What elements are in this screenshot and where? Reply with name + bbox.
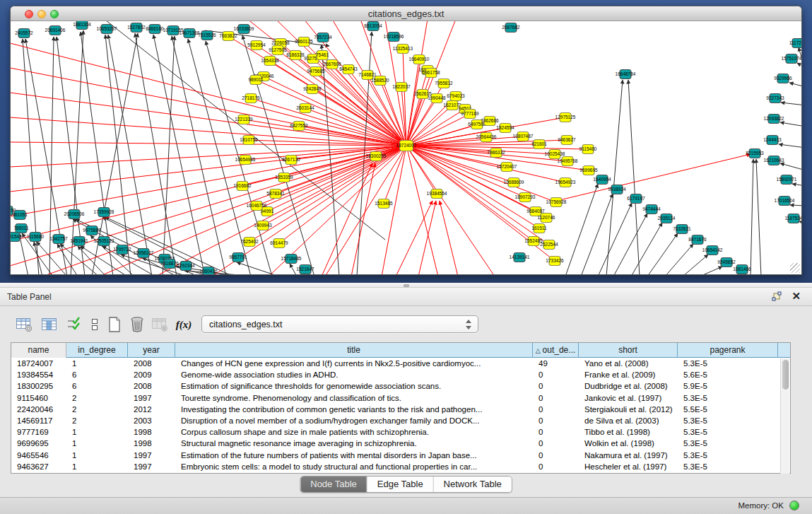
graph-node-label: 19384554 (427, 191, 447, 196)
graph-node-label: 961051 (12, 212, 28, 217)
table-scrollbar[interactable] (780, 358, 789, 474)
table-row[interactable]: 1830029562008Estimation of significance … (11, 380, 790, 392)
resize-grip[interactable] (790, 263, 800, 273)
new-table-icon[interactable] (105, 315, 124, 334)
cell-title: Structural magnetic resonance image aver… (175, 438, 533, 449)
graph-node-label: 2718176 (242, 95, 260, 100)
citation-edge-red (406, 146, 539, 228)
cell-year: 1998 (128, 426, 175, 438)
scrollbar-thumb[interactable] (782, 360, 789, 390)
column-header-year[interactable]: year (128, 343, 175, 358)
cell-in_degree: 1 (66, 426, 128, 438)
select-all-icon[interactable] (64, 315, 83, 334)
citation-edge-black (598, 203, 632, 274)
cell-title: Embryonic stem cells: a model to study s… (175, 461, 533, 472)
graph-node-label: 7632621 (673, 226, 691, 231)
table-row[interactable]: 1938455462009Genome-wide association stu… (11, 369, 790, 380)
citation-edge-red (396, 201, 433, 274)
table-row[interactable]: 1872400712008Changes of HCN gene express… (11, 358, 790, 369)
column-header-name[interactable]: name (11, 343, 66, 358)
delete-table-icon[interactable] (127, 315, 147, 334)
graph-node-label: 9857791 (229, 255, 247, 259)
graph-node-label: 1115680 (27, 234, 45, 239)
column-header-title[interactable]: title (175, 343, 533, 358)
graph-node-label: 1795722 (113, 247, 131, 252)
graph-node-label: 9938924 (608, 187, 626, 192)
graph-node-label: 19495768 (558, 158, 578, 163)
graph-node-label: 1527802 (127, 25, 146, 30)
graph-node-label: 7462666 (481, 118, 499, 123)
cell-title: Tourette syndrome. Phenomenology and cla… (175, 392, 533, 404)
status-bar: Memory: OK (0, 497, 812, 514)
column-header-in_degree[interactable]: in_degree (66, 343, 128, 358)
table-selector[interactable]: citations_edges.txt (201, 315, 478, 333)
table-panel: Table Panel ✕ (0, 288, 812, 497)
table-row[interactable]: 911546021997Tourette syndrome. Phenomeno… (11, 392, 790, 404)
table-row[interactable]: 2242004622012Investigating the contribut… (11, 404, 790, 415)
table-settings-icon[interactable] (14, 315, 34, 334)
column-header-pagerank[interactable]: pagerank (678, 343, 778, 358)
cell-in_degree: 6 (66, 369, 128, 380)
graph-node-label: 8454743 (339, 66, 358, 71)
memory-ok-indicator[interactable] (789, 501, 799, 510)
close-panel-icon[interactable]: ✕ (792, 290, 801, 303)
graph-node-label: 16640910 (409, 57, 430, 62)
graph-node-label: 8427552 (290, 123, 308, 128)
cell-name: 9115460 (11, 392, 66, 404)
citation-edge-red (406, 146, 438, 274)
graph-node-label: 621601 (531, 141, 547, 146)
graph-node-label: 989011 (248, 77, 264, 82)
table-row[interactable]: 977716911998Corpus callosum shape and si… (11, 426, 790, 438)
graph-node-label: 2667608 (323, 62, 341, 66)
graph-node-label: 391541 (11, 234, 22, 239)
graph-node-label: 16648784 (616, 71, 636, 76)
graph-node-label: 6794023 (447, 93, 465, 98)
sort-ascending-icon: △ (536, 347, 541, 354)
cell-short: Dudbridge et al. (2008) (579, 380, 678, 392)
citation-edge-red (11, 146, 406, 241)
graph-node-label: 10654142 (702, 247, 723, 252)
table-row[interactable]: 946554611997Estimation of the future num… (11, 450, 790, 461)
citation-edge-red (11, 142, 406, 146)
window-titlebar[interactable]: citations_edges.txt (11, 6, 801, 21)
graph-svg[interactable]: 1872400724055722069140618813041065328715… (11, 21, 801, 274)
cell-in_degree: 1 (66, 438, 128, 449)
graph-node-label: 17016504 (775, 198, 795, 203)
cell-title: Investigating the contribution of common… (175, 404, 533, 415)
table-panel-header: Table Panel ✕ (0, 288, 812, 306)
cell-name: 9699695 (11, 438, 66, 449)
cell-out_degree: 0 (533, 461, 579, 472)
cell-year: 2009 (128, 369, 175, 380)
function-builder-icon[interactable]: f(x) (174, 315, 194, 334)
tab-edge-table[interactable]: Edge Table (367, 477, 434, 492)
float-panel-icon[interactable] (771, 291, 782, 303)
citation-edge-red (560, 154, 751, 200)
graph-node-label: 5878341 (266, 191, 285, 196)
citation-edge-black (153, 35, 205, 274)
column-header-out_degree[interactable]: △out_de... (533, 343, 579, 358)
rows-icon[interactable] (85, 315, 105, 334)
graph-node-label: 6179197 (627, 196, 645, 201)
graph-canvas[interactable]: 1872400724055722069140618813041065328715… (11, 21, 801, 274)
table-row[interactable]: 1456911722003Disruption of a novel membe… (11, 415, 790, 426)
graph-node-label: 9684087 (526, 209, 545, 214)
cell-short: Jankovic et al. (1997) (579, 392, 678, 404)
table-row[interactable]: 946362711997Embryonic stem cells: a mode… (11, 461, 790, 472)
cell-pagerank: 5.3E-5 (678, 415, 778, 426)
graph-node-label: 1221339 (235, 117, 253, 122)
graph-node-label: 18724007 (396, 143, 417, 148)
cell-short: Nakamura et al. (1997) (579, 450, 678, 461)
tab-node-table[interactable]: Node Table (300, 477, 367, 492)
column-header-short[interactable]: short (579, 343, 678, 358)
cell-in_degree: 2 (66, 392, 128, 404)
graph-node-label: 9329966 (774, 76, 792, 81)
citation-edge-red (11, 68, 406, 146)
node-table: namein_degreeyeartitle△out_de...shortpag… (11, 342, 791, 474)
tab-network-table[interactable]: Network Table (434, 477, 512, 492)
cell-name: 18724007 (11, 358, 66, 369)
table-columns-icon[interactable] (40, 315, 59, 334)
panel-splitter[interactable] (0, 283, 812, 288)
graph-node-label: 1733426 (546, 258, 564, 263)
graph-node-label: 1822037 (392, 84, 411, 89)
table-row[interactable]: 969969511998Structural magnetic resonanc… (11, 438, 790, 449)
